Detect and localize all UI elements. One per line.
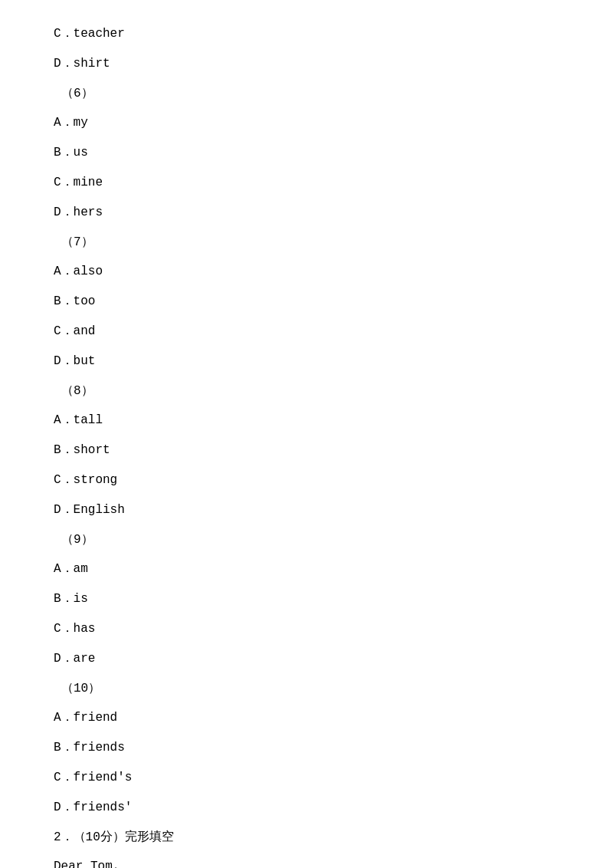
question-10-label: （10） <box>61 678 559 700</box>
dear-tom-text: Dear Tom, <box>54 856 559 868</box>
option-a-also: A．also <box>54 261 559 283</box>
question-7-label: （7） <box>61 232 559 254</box>
question-2-cloze-label: 2．（10分）完形填空 <box>54 827 559 849</box>
option-c-mine: C．mine <box>54 172 559 194</box>
question-6-label: （6） <box>61 83 559 105</box>
option-a-tall: A．tall <box>54 409 559 432</box>
option-d-are: D．are <box>54 648 559 670</box>
option-d-english: D．English <box>54 499 559 521</box>
option-c-teacher: C．teacher <box>54 23 559 45</box>
question-9-label: （9） <box>61 529 559 551</box>
option-b-is: B．is <box>54 588 559 610</box>
option-c-strong: C．strong <box>54 469 559 492</box>
option-d-but: D．but <box>54 350 559 373</box>
option-d-friends-apostrophe2: D．friends' <box>54 797 559 819</box>
option-b-friends: B．friends <box>54 737 559 759</box>
question-8-label: （8） <box>61 380 559 403</box>
option-a-my: A．my <box>54 112 559 134</box>
option-b-too: B．too <box>54 291 559 313</box>
option-d-hers: D．hers <box>54 202 559 224</box>
option-c-and: C．and <box>54 321 559 343</box>
page-content: C．teacher D．shirt （6） A．my B．us C．mine D… <box>0 0 613 868</box>
option-d-shirt: D．shirt <box>54 53 559 75</box>
option-a-friend: A．friend <box>54 707 559 729</box>
option-b-us: B．us <box>54 142 559 164</box>
option-c-has: C．has <box>54 618 559 640</box>
option-b-short: B．short <box>54 439 559 462</box>
option-a-am: A．am <box>54 558 559 580</box>
option-c-friends-apostrophe: C．friend's <box>54 767 559 789</box>
